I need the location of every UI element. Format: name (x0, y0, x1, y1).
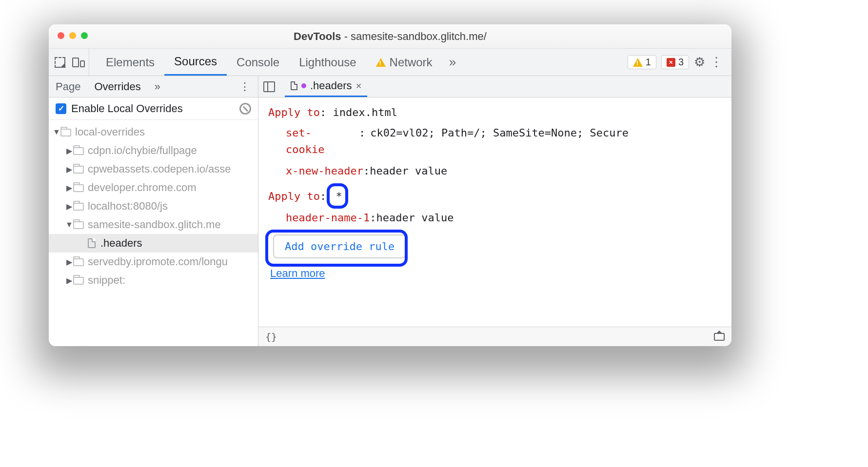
editor-file-tab[interactable]: .headers × (285, 76, 367, 97)
title-app: DevTools (294, 30, 341, 42)
folder-icon (73, 258, 84, 266)
override-rule: Apply to: * (268, 188, 722, 205)
window-title: DevTools - samesite-sandbox.glitch.me/ (49, 30, 731, 43)
learn-more-link[interactable]: Learn more (270, 265, 325, 282)
show-drawer-icon[interactable] (714, 333, 725, 341)
override-rule: Apply to: index.html (268, 104, 722, 121)
add-override-rule-button[interactable]: Add override rule (273, 234, 406, 258)
window-controls (58, 32, 88, 39)
header-row: x-new-header: header value (268, 163, 722, 179)
toggle-navigator-icon[interactable] (263, 81, 275, 92)
tab-elements[interactable]: Elements (96, 49, 164, 76)
title-url: samesite-sandbox.glitch.me/ (351, 30, 487, 42)
tree-item[interactable]: ▶ developer.chrome.com (49, 178, 258, 197)
folder-icon (73, 166, 84, 174)
tab-lighthouse[interactable]: Lighthouse (289, 49, 366, 76)
folder-icon (73, 184, 84, 192)
overrides-tree: ▼ local-overrides ▶ cdpn.io/chybie/fullp… (49, 120, 258, 346)
tree-item[interactable]: ▶ localhost:8080/js (49, 197, 258, 215)
apply-to-value[interactable]: index.html (333, 106, 397, 118)
titlebar: DevTools - samesite-sandbox.glitch.me/ (49, 24, 731, 49)
errors-badge[interactable]: × 3 (661, 55, 689, 69)
navigator-options-button[interactable]: ⋮ (232, 80, 258, 93)
more-tabs-button[interactable]: » (442, 55, 463, 70)
header-row: set-cookie : ck02=vl02; Path=/; SameSite… (268, 125, 722, 158)
folder-icon (73, 277, 84, 285)
apply-to-value[interactable]: * (333, 190, 345, 202)
navigator-sidebar: Page Overrides » ⋮ ✓ Enable Local Overri… (49, 76, 258, 346)
tree-item[interactable]: ▶ cdpn.io/chybie/fullpage (49, 141, 258, 160)
tab-sources[interactable]: Sources (164, 49, 227, 76)
folder-icon (73, 203, 84, 211)
apply-to-label: Apply to (268, 190, 320, 202)
folder-icon (73, 147, 84, 155)
header-name[interactable]: header-name-1 (286, 210, 370, 226)
tree-root[interactable]: ▼ local-overrides (49, 123, 258, 141)
modified-indicator-icon (301, 83, 306, 88)
file-icon (291, 81, 297, 90)
devtools-window: DevTools - samesite-sandbox.glitch.me/ E… (49, 24, 731, 346)
header-value[interactable]: header value (376, 210, 454, 226)
navigator-tabs: Page Overrides » ⋮ (49, 76, 258, 97)
tab-network[interactable]: Network (366, 49, 442, 76)
header-name[interactable]: set-cookie (286, 125, 354, 158)
navigator-tab-overrides[interactable]: Overrides (87, 80, 147, 93)
enable-overrides-label: Enable Local Overrides (71, 102, 183, 115)
header-name[interactable]: x-new-header (286, 163, 363, 179)
folder-icon (73, 221, 84, 229)
file-icon (88, 238, 96, 248)
header-value[interactable]: ck02=vl02; Path=/; SameSite=None; Secure (370, 125, 629, 141)
warnings-badge[interactable]: 1 (628, 55, 656, 69)
zoom-window-button[interactable] (81, 32, 88, 39)
editor-pane: .headers × Apply to: index.html set-cook… (258, 76, 731, 346)
tree-file-selected[interactable]: .headers (49, 234, 258, 253)
folder-icon (60, 129, 71, 136)
enable-overrides-row: ✓ Enable Local Overrides (49, 97, 258, 120)
navigator-tab-page[interactable]: Page (49, 80, 87, 93)
editor-footer: {} (258, 327, 731, 346)
device-toggle-icon[interactable] (72, 58, 85, 67)
inspect-icon[interactable] (55, 57, 65, 68)
navigator-more-tabs[interactable]: » (148, 80, 167, 93)
main-toolbar: Elements Sources Console Lighthouse Netw… (49, 49, 731, 76)
tree-item[interactable]: ▼ samesite-sandbox.glitch.me (49, 215, 258, 234)
braces-icon[interactable]: {} (265, 331, 277, 343)
error-icon: × (667, 58, 675, 67)
header-row: header-name-1: header value (268, 210, 722, 226)
more-options-button[interactable]: ⋮ (710, 55, 724, 70)
close-tab-button[interactable]: × (356, 80, 362, 92)
minimize-window-button[interactable] (69, 32, 76, 39)
tree-item[interactable]: ▶ servedby.ipromote.com/longu (49, 253, 258, 271)
tab-console[interactable]: Console (227, 49, 289, 76)
enable-overrides-checkbox[interactable]: ✓ (56, 103, 66, 114)
header-value[interactable]: header value (370, 163, 447, 179)
panel-tabs: Elements Sources Console Lighthouse Netw… (89, 49, 463, 76)
editor-body: Apply to: index.html set-cookie : ck02=v… (258, 97, 731, 327)
warning-icon (633, 58, 643, 67)
settings-gear-icon[interactable]: ⚙ (694, 55, 705, 70)
tree-item[interactable]: ▶ snippet: (49, 271, 258, 290)
warning-icon (376, 58, 386, 67)
close-window-button[interactable] (58, 32, 64, 39)
apply-to-label: Apply to (268, 106, 320, 118)
tree-item[interactable]: ▶ cpwebassets.codepen.io/asse (49, 160, 258, 178)
clear-overrides-icon[interactable] (239, 103, 251, 115)
editor-tabs: .headers × (258, 76, 731, 97)
